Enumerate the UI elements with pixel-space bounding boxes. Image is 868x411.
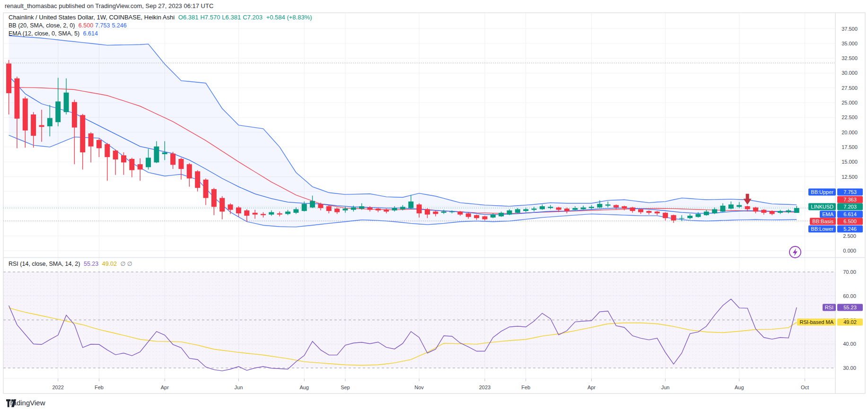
ema-legend-row[interactable]: EMA (12, close, 0, SMA, 5) 6.614 bbox=[9, 30, 98, 37]
candle-0 bbox=[6, 63, 11, 93]
candle-20 bbox=[170, 154, 175, 165]
candle-7 bbox=[64, 93, 69, 112]
tradingview-published-chart: renault_thomasbac published on TradingVi… bbox=[0, 0, 868, 411]
rsi-axis-label: 40.00 bbox=[836, 341, 863, 347]
tradingview-logo-icon bbox=[6, 399, 17, 408]
candle-94 bbox=[778, 211, 783, 213]
rsi-tag-RSI-name: RSI bbox=[823, 304, 836, 311]
price-axis-label: 17.500 bbox=[836, 144, 863, 150]
time-axis-label-Apr: Apr bbox=[161, 385, 169, 390]
candle-45 bbox=[376, 209, 381, 210]
candle-16 bbox=[138, 164, 143, 169]
time-axis-label-Apr: Apr bbox=[587, 385, 596, 390]
candle-76 bbox=[630, 208, 635, 211]
price-axis-label: 20.000 bbox=[836, 130, 863, 135]
candle-17 bbox=[146, 157, 151, 167]
candle-68 bbox=[564, 209, 570, 211]
tradingview-logo[interactable]: TradingView bbox=[6, 399, 45, 407]
bb-legend-row[interactable]: BB (20, SMA, close, 2, 0) 6.5007.7535.24… bbox=[9, 22, 127, 29]
candle-27 bbox=[228, 204, 233, 210]
candle-66 bbox=[548, 207, 553, 208]
price-tag-7.363-value: 7.363 bbox=[837, 196, 863, 203]
candle-2 bbox=[23, 98, 28, 131]
price-tag-BB:Lower: BB:Lower5.246 bbox=[808, 225, 863, 232]
time-axis-label-Aug: Aug bbox=[299, 385, 309, 390]
candle-67 bbox=[556, 208, 561, 210]
candle-77 bbox=[638, 209, 643, 212]
ohlc-O: O6.381 bbox=[178, 14, 199, 21]
candle-58 bbox=[482, 216, 487, 219]
candle-60 bbox=[499, 213, 504, 217]
candle-13 bbox=[113, 150, 118, 159]
candle-83 bbox=[687, 216, 693, 218]
bb-band-fill bbox=[9, 36, 797, 227]
candle-25 bbox=[211, 189, 217, 207]
candle-9 bbox=[80, 115, 85, 152]
candle-62 bbox=[515, 209, 520, 213]
candle-23 bbox=[195, 171, 200, 188]
candle-91 bbox=[753, 208, 758, 212]
candle-21 bbox=[178, 159, 184, 169]
candle-78 bbox=[646, 211, 651, 213]
candle-93 bbox=[770, 211, 775, 214]
rsi-indicator-value: 55.23 bbox=[84, 261, 98, 267]
rsi-tag-RSI: RSI55.23 bbox=[823, 304, 863, 311]
rsi-indicator-label: RSI (14, close, SMA, 14, 2) bbox=[9, 261, 80, 267]
candle-92 bbox=[761, 210, 766, 213]
ohlc-values: O6.381H7.570L6.381C7.203 bbox=[176, 14, 263, 21]
candle-29 bbox=[244, 210, 249, 216]
candle-96 bbox=[794, 208, 799, 213]
candle-3 bbox=[31, 114, 36, 136]
candle-46 bbox=[384, 210, 389, 212]
candle-84 bbox=[696, 214, 701, 217]
price-axis-label: 2.500 bbox=[836, 233, 863, 239]
candle-89 bbox=[736, 205, 742, 207]
candle-5 bbox=[47, 118, 53, 127]
price-axis-label: 32.500 bbox=[836, 55, 863, 61]
candle-90 bbox=[745, 206, 750, 209]
bb-value-0: 6.500 bbox=[79, 22, 93, 29]
rsi-axis-label: 70.00 bbox=[836, 269, 863, 275]
price-chart-canvas[interactable] bbox=[0, 0, 868, 411]
rsi-legend-row[interactable]: RSI (14, close, SMA, 14, 2) 55.23 49.02 … bbox=[9, 260, 132, 267]
rsi-tag-RSI-based MA: RSI-based MA49.02 bbox=[797, 319, 863, 326]
candle-6 bbox=[55, 101, 61, 122]
candle-88 bbox=[728, 204, 734, 209]
price-axis-label: 27.500 bbox=[836, 85, 863, 91]
ohlc-C: C7.203 bbox=[243, 14, 263, 21]
candle-32 bbox=[269, 212, 274, 215]
candle-15 bbox=[129, 159, 134, 170]
candle-56 bbox=[466, 213, 471, 217]
rsi-tag-RSI-value: 55.23 bbox=[837, 304, 863, 311]
candle-41 bbox=[342, 209, 348, 210]
candle-34 bbox=[285, 211, 290, 214]
candle-19 bbox=[162, 152, 167, 154]
candle-63 bbox=[523, 209, 528, 211]
candle-95 bbox=[786, 210, 791, 212]
symbol-legend-row[interactable]: Chainlink / United States Dollar, 1W, CO… bbox=[9, 14, 312, 21]
ema-indicator-label: EMA (12, close, 0, SMA, 5) bbox=[9, 30, 79, 37]
candle-33 bbox=[277, 213, 282, 215]
candle-55 bbox=[457, 211, 463, 214]
candle-4 bbox=[39, 125, 44, 127]
price-tag-EMA-value: 6.614 bbox=[837, 210, 863, 218]
candle-1 bbox=[14, 79, 19, 119]
price-axis-label: 35.000 bbox=[836, 41, 863, 46]
rsi-tag-RSI-based MA-name: RSI-based MA bbox=[797, 319, 836, 326]
price-axis-label: 37.500 bbox=[836, 26, 863, 32]
candle-49 bbox=[408, 201, 413, 208]
rsi-hidden-inputs: ∅ ∅ bbox=[120, 261, 132, 267]
time-axis-label-Jun: Jun bbox=[235, 385, 243, 390]
price-tag-LINKUSD-value: 7.203 bbox=[837, 203, 863, 210]
candle-40 bbox=[334, 209, 340, 212]
candle-75 bbox=[622, 206, 627, 209]
rsi-ma-value: 49.02 bbox=[102, 261, 117, 267]
change-value: +0.584 (+8.83%) bbox=[266, 14, 312, 21]
price-tag-EMA: EMA6.614 bbox=[820, 210, 863, 218]
rsi-axis-label: 30.00 bbox=[836, 365, 863, 371]
price-tag-BB:Lower-name: BB:Lower bbox=[808, 225, 836, 232]
candle-42 bbox=[351, 208, 356, 210]
candle-48 bbox=[400, 207, 405, 209]
lightning-action-icon[interactable] bbox=[788, 245, 802, 259]
candle-87 bbox=[720, 206, 726, 212]
